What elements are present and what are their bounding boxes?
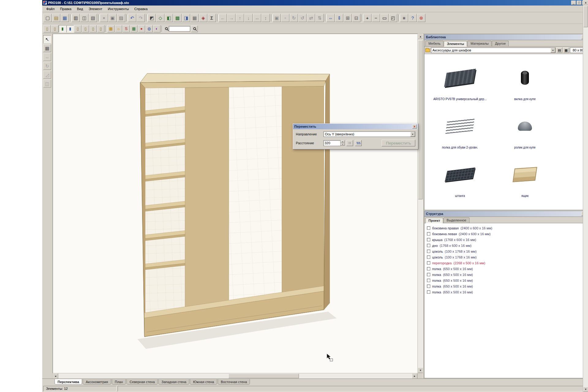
structure-row[interactable]: цоколь (100 x 1768 x 16 мм) <box>427 254 587 260</box>
structure-row[interactable]: боковина левая (2400 x 600 x 16 мм) <box>427 231 587 237</box>
view-tab[interactable]: Восточная стена <box>218 379 250 385</box>
library-scrollbar[interactable]: ▲ ▼ <box>583 0 588 392</box>
library-scroll-thumb[interactable] <box>583 6 588 27</box>
ungroup-button[interactable]: ▫ <box>281 14 289 22</box>
export-button[interactable]: ▧ <box>89 14 97 22</box>
undo-button[interactable]: ↶ <box>128 14 136 22</box>
align-top-button[interactable]: ↑ <box>236 14 244 22</box>
structure-row[interactable]: полка (650 x 500 x 16 мм) <box>427 289 587 295</box>
apply-move-button[interactable]: Переместить <box>382 140 415 146</box>
dialog-close-button[interactable]: × <box>412 124 417 129</box>
structure-row[interactable]: полка (650 x 500 x 16 мм) <box>427 272 587 277</box>
drawing-canvas[interactable] <box>53 34 417 373</box>
structure-row[interactable]: полка (650 x 500 x 16 мм) <box>427 277 587 283</box>
repeat-move-button[interactable]: ⇅⇅ <box>355 140 362 146</box>
edit-grid-tool-button[interactable]: ▦ <box>43 44 51 52</box>
snap-grid-button[interactable]: ▦ <box>130 25 138 32</box>
direction-dropdown-button[interactable]: ▼ <box>410 132 415 137</box>
scroll-left-button[interactable]: ◄ <box>53 373 58 379</box>
spin-up-button[interactable]: ▲ <box>341 140 345 143</box>
view-tab[interactable]: План <box>112 379 126 385</box>
structure-row[interactable]: дно (1768 x 600 x 16 мм) <box>427 243 587 248</box>
horizontal-scroll-thumb[interactable] <box>228 374 299 378</box>
structure-row[interactable]: цоколь (100 x 1768 x 16 мм) <box>427 248 587 254</box>
view-tab[interactable]: Перспектива <box>55 379 82 385</box>
visibility-checkbox[interactable] <box>427 250 430 253</box>
align-bottom-button[interactable]: ↓ <box>244 14 253 22</box>
grid-toggle-button[interactable]: ▦ <box>190 14 199 22</box>
structure-row[interactable]: крыша (1768 x 600 x 16 мм) <box>427 237 587 243</box>
zoom-fit-button[interactable]: ▭ <box>380 14 389 22</box>
library-scroll-down-button[interactable]: ▼ <box>583 387 588 392</box>
combo-dropdown-button[interactable]: ▼ <box>551 48 555 53</box>
library-tab[interactable]: Мебель <box>425 41 443 46</box>
styles-button[interactable]: S <box>123 25 130 32</box>
group-button[interactable]: ▣ <box>273 14 281 22</box>
menu-item[interactable]: Элемент <box>86 6 105 12</box>
visibility-checkbox[interactable] <box>427 261 430 265</box>
paste-button[interactable]: ▨ <box>117 14 125 22</box>
divider-panel[interactable] <box>185 87 229 307</box>
scroll-up-button[interactable]: ▲ <box>418 34 423 39</box>
align-left-button[interactable]: ← <box>219 14 227 22</box>
vertical-scroll-thumb[interactable] <box>418 40 423 199</box>
textured-view-button[interactable]: ▩ <box>173 14 182 22</box>
rotate-tool-button[interactable]: ↻ <box>43 62 51 70</box>
open-file-button[interactable]: ▤ <box>52 14 60 22</box>
visibility-checkbox[interactable] <box>427 267 430 270</box>
library-item-aristo-organizer[interactable]: ARISTO PV97B универсальный дер... <box>428 58 492 107</box>
menu-item[interactable]: Вид <box>74 6 86 12</box>
view-tab[interactable]: Аксонометрия <box>83 379 111 385</box>
view-tab[interactable]: Северная стена <box>126 379 158 385</box>
structure-row[interactable]: перегородка (2268 x 500 x 16 мм) <box>427 260 587 266</box>
visibility-checkbox[interactable] <box>427 238 430 241</box>
visibility-checkbox[interactable] <box>427 255 430 259</box>
exit-button[interactable]: ⊗ <box>417 14 425 22</box>
structure-row[interactable]: боковина правая (2400 x 600 x 16 мм) <box>427 225 587 231</box>
align-right-button[interactable]: → <box>227 14 236 22</box>
canvas-vertical-scrollbar[interactable]: ▲ ▼ <box>417 34 423 373</box>
visibility-checkbox[interactable] <box>427 232 430 236</box>
element-door-button[interactable]: ▯ <box>89 25 97 32</box>
rotate-cw-button[interactable]: ↻ <box>290 14 298 22</box>
move-dialog-titlebar[interactable]: Переместить × <box>293 124 418 129</box>
new-file-button[interactable]: ▢ <box>43 14 52 22</box>
flip-vertical-button[interactable]: ⇅ <box>315 14 324 22</box>
distance-input[interactable] <box>323 140 341 146</box>
structure-tab[interactable]: Выделенное <box>443 217 469 223</box>
library-item-yashchik[interactable]: ящик <box>492 155 557 204</box>
menu-item[interactable]: Правка <box>57 6 74 12</box>
library-item-shtanga[interactable]: штанга <box>428 155 492 204</box>
save-button[interactable]: ▦ <box>61 14 69 22</box>
element-drawer-button[interactable]: ▯ <box>97 25 104 32</box>
print-preview-button[interactable]: ◫ <box>80 14 89 22</box>
library-category-combo[interactable]: Аксессуары для шкафов ▼ <box>431 47 556 53</box>
library-tile-view-button[interactable]: ▦ <box>563 47 569 53</box>
visibility-checkbox[interactable] <box>427 290 430 294</box>
view-tab[interactable]: Западная стена <box>158 379 189 385</box>
horizontal-scroll-track[interactable] <box>58 373 412 379</box>
settings-button[interactable]: ≡ <box>400 14 408 22</box>
resize-tool-button[interactable]: ◿ <box>43 71 51 79</box>
print-button[interactable]: ▥ <box>72 14 80 22</box>
element-board-button[interactable]: ▯ <box>43 25 51 32</box>
move-tool-button[interactable]: ⇔ <box>43 53 51 61</box>
element-floor-button[interactable]: ▮ <box>66 25 74 32</box>
scroll-down-button[interactable]: ▼ <box>418 368 423 373</box>
library-item-shoe-shelf[interactable]: полка для обуви 2-уровн. <box>428 107 492 155</box>
library-scroll-up-button[interactable]: ▲ <box>583 0 588 5</box>
contour-view-button[interactable]: ◨ <box>182 14 190 22</box>
visibility-checkbox[interactable] <box>427 273 430 276</box>
library-item-rolik[interactable]: ролик для купе <box>492 107 557 155</box>
menu-item[interactable]: Инструменты <box>105 6 132 12</box>
visibility-checkbox[interactable] <box>427 279 430 282</box>
select-tool-button[interactable]: ↖ <box>43 35 51 43</box>
direction-combo[interactable]: Ось Y (вверх/вниз) ▼ <box>323 131 415 137</box>
spin-down-button[interactable]: ▼ <box>341 143 345 146</box>
visibility-checkbox[interactable] <box>427 244 430 247</box>
view-tab[interactable]: Южная стена <box>190 379 217 385</box>
lighting-button[interactable]: ☼ <box>115 25 122 32</box>
visibility-checkbox[interactable] <box>427 226 430 230</box>
library-tab[interactable]: Материалы <box>467 41 492 46</box>
move-element-button[interactable]: ⇔ <box>326 14 335 22</box>
